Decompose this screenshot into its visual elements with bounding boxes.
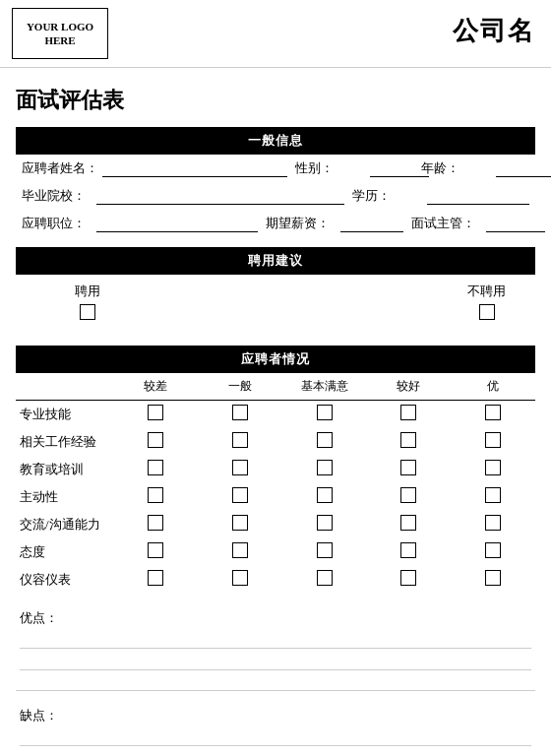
applicant-status-header: 应聘者情况	[16, 346, 535, 373]
eval-checkbox[interactable]	[400, 542, 416, 558]
eval-checkbox[interactable]	[232, 570, 248, 586]
eval-checkbox-cell[interactable]	[451, 538, 535, 566]
general-info-section: 一般信息 应聘者姓名： 性别： 年龄： 毕业院校： 学历：	[16, 127, 535, 237]
gender-label: 性别：	[295, 159, 366, 177]
eval-row: 仪容仪表	[16, 566, 535, 594]
eval-checkbox[interactable]	[232, 542, 248, 558]
eval-row: 专业技能	[16, 401, 535, 429]
eval-checkbox[interactable]	[148, 515, 163, 531]
eval-checkbox[interactable]	[232, 460, 248, 475]
eval-checkbox[interactable]	[148, 432, 163, 448]
eval-checkbox-cell[interactable]	[367, 483, 452, 511]
eval-checkbox-cell[interactable]	[114, 428, 199, 456]
eval-checkbox[interactable]	[400, 405, 416, 420]
eval-checkbox-cell[interactable]	[282, 538, 367, 566]
eval-checkbox-cell[interactable]	[451, 401, 535, 429]
eval-checkbox-cell[interactable]	[198, 428, 282, 456]
eval-checkbox[interactable]	[400, 487, 416, 503]
eval-checkbox-cell[interactable]	[367, 538, 452, 566]
eval-checkbox[interactable]	[400, 515, 416, 531]
eval-checkbox[interactable]	[148, 542, 163, 558]
eval-checkbox[interactable]	[485, 460, 501, 475]
logo: YOUR LOGO HERE	[12, 8, 108, 59]
eval-row-label: 教育或培训	[16, 456, 114, 483]
rec-options-row: 聘用 不聘用	[16, 275, 535, 336]
hire-checkbox[interactable]	[80, 304, 95, 320]
eval-checkbox-cell[interactable]	[282, 401, 367, 429]
eval-checkbox[interactable]	[485, 515, 501, 531]
field-age: 年龄：	[421, 159, 529, 177]
eval-checkbox[interactable]	[485, 570, 501, 586]
eval-checkbox-cell[interactable]	[198, 483, 282, 511]
eval-checkbox[interactable]	[317, 515, 333, 531]
eval-checkbox[interactable]	[485, 487, 501, 503]
eval-checkbox-cell[interactable]	[367, 511, 452, 538]
eval-checkbox[interactable]	[400, 432, 416, 448]
eval-row: 相关工作经验	[16, 428, 535, 456]
info-row-3: 应聘职位： 期望薪资： 面试主管：	[16, 210, 535, 237]
eval-checkbox-cell[interactable]	[451, 566, 535, 594]
eval-checkbox-cell[interactable]	[451, 456, 535, 483]
advantages-section: 优点：	[16, 601, 535, 678]
eval-row-label: 态度	[16, 538, 114, 566]
eval-checkbox[interactable]	[400, 570, 416, 586]
eval-checkbox-cell[interactable]	[198, 511, 282, 538]
age-label: 年龄：	[421, 159, 492, 177]
eval-checkbox-cell[interactable]	[114, 401, 199, 429]
eval-checkbox-cell[interactable]	[367, 428, 452, 456]
eval-checkbox[interactable]	[317, 570, 333, 586]
eval-checkbox-cell[interactable]	[198, 566, 282, 594]
disadvantages-line-1	[20, 728, 531, 746]
eval-checkbox[interactable]	[148, 460, 163, 475]
eval-checkbox-cell[interactable]	[114, 456, 199, 483]
eval-checkbox[interactable]	[485, 542, 501, 558]
eval-checkbox[interactable]	[485, 405, 501, 420]
eval-checkbox-cell[interactable]	[282, 456, 367, 483]
content: 一般信息 应聘者姓名： 性别： 年龄： 毕业院校： 学历：	[0, 127, 551, 756]
eval-checkbox-cell[interactable]	[367, 401, 452, 429]
eval-checkbox[interactable]	[232, 515, 248, 531]
col-header-excellent: 优	[451, 373, 535, 401]
eval-row-label: 相关工作经验	[16, 428, 114, 456]
advantages-line-1	[20, 631, 531, 649]
field-school: 毕业院校：	[22, 187, 344, 205]
recommendation-header: 聘用建议	[16, 247, 535, 275]
eval-checkbox-cell[interactable]	[451, 428, 535, 456]
eval-checkbox-cell[interactable]	[198, 456, 282, 483]
eval-checkbox-cell[interactable]	[367, 456, 452, 483]
eval-checkbox-cell[interactable]	[198, 401, 282, 429]
header: YOUR LOGO HERE 公司名	[0, 0, 551, 68]
eval-checkbox[interactable]	[400, 460, 416, 475]
eval-checkbox-cell[interactable]	[114, 483, 199, 511]
eval-checkbox-cell[interactable]	[114, 538, 199, 566]
eval-checkbox[interactable]	[317, 460, 333, 475]
eval-checkbox[interactable]	[317, 432, 333, 448]
field-applicant-name: 应聘者姓名：	[22, 159, 287, 177]
interviewer-value	[486, 215, 545, 232]
eval-row: 教育或培训	[16, 456, 535, 483]
eval-checkbox[interactable]	[317, 405, 333, 420]
eval-checkbox-cell[interactable]	[282, 483, 367, 511]
eval-checkbox-cell[interactable]	[198, 538, 282, 566]
eval-checkbox-cell[interactable]	[451, 483, 535, 511]
eval-checkbox[interactable]	[148, 570, 163, 586]
salary-value	[340, 215, 403, 232]
eval-checkbox-cell[interactable]	[114, 566, 199, 594]
eval-checkbox[interactable]	[232, 432, 248, 448]
eval-checkbox-cell[interactable]	[282, 428, 367, 456]
eval-checkbox-cell[interactable]	[114, 511, 199, 538]
eval-checkbox-cell[interactable]	[282, 511, 367, 538]
eval-checkbox[interactable]	[148, 405, 163, 420]
eval-checkbox-cell[interactable]	[451, 511, 535, 538]
eval-checkbox[interactable]	[232, 487, 248, 503]
eval-checkbox-cell[interactable]	[282, 566, 367, 594]
field-education: 学历：	[352, 187, 529, 205]
section-divider	[16, 690, 535, 691]
no-hire-checkbox[interactable]	[479, 304, 495, 320]
eval-checkbox[interactable]	[485, 432, 501, 448]
eval-checkbox-cell[interactable]	[367, 566, 452, 594]
eval-checkbox[interactable]	[317, 542, 333, 558]
eval-checkbox[interactable]	[232, 405, 248, 420]
eval-checkbox[interactable]	[317, 487, 333, 503]
eval-checkbox[interactable]	[148, 487, 163, 503]
